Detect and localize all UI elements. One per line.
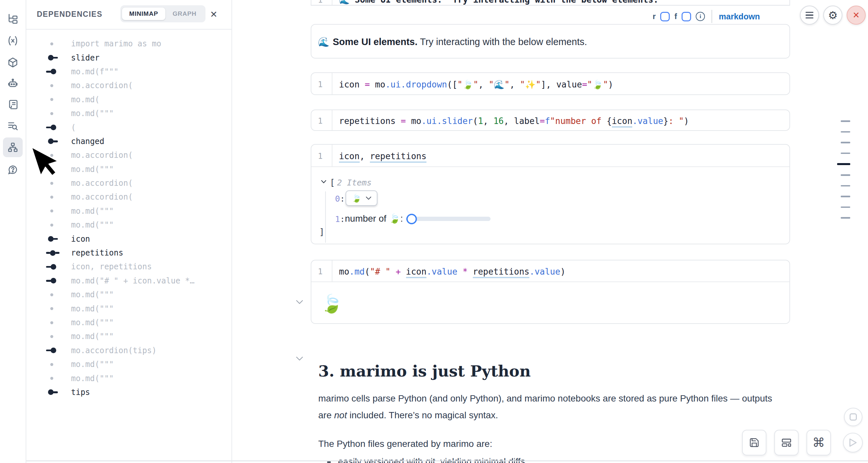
cell-output-divider (311, 166, 789, 167)
tree-index-0: 0: (335, 194, 345, 204)
cell-marker-def-icon (46, 236, 62, 243)
minimap-item[interactable]: repetitions (26, 246, 231, 260)
minimap-item[interactable]: slider (26, 51, 231, 64)
minimap-item[interactable]: mo.md(f""" (26, 65, 231, 79)
code-cell-slider[interactable]: 1 repetitions = mo.ui.slider(1, 16, labe… (311, 110, 790, 131)
minimap-item-label: import marimo as mo (71, 39, 161, 48)
minimap-item[interactable]: mo.md(""" (26, 204, 231, 218)
minimap-item[interactable]: mo.accordion( (26, 176, 231, 190)
dependencies-panel: DEPENDENCIES MINIMAP GRAPH ✕ import mari… (26, 0, 232, 463)
run-button[interactable] (843, 433, 863, 453)
tracker-line[interactable] (841, 120, 850, 122)
code-line[interactable]: repetitions = mo.ui.slider(1, 16, label=… (339, 116, 689, 126)
minimap-item-label: mo.md("# " + icon.value *… (71, 276, 195, 285)
ai-assistant-icon[interactable] (3, 74, 23, 93)
file-tree-icon[interactable] (3, 9, 23, 29)
tracker-line-current[interactable] (837, 163, 850, 165)
info-icon[interactable]: i (696, 12, 705, 21)
minimap-item[interactable]: mo.md( (26, 93, 231, 106)
tracker-line[interactable] (841, 131, 850, 133)
cell-marker-dot-icon (46, 221, 62, 228)
minimap-item[interactable]: icon, repetitions (26, 260, 231, 274)
variables-icon[interactable] (3, 31, 23, 51)
minimap-item[interactable]: mo.md("# " + icon.value *… (26, 274, 231, 288)
shutdown-button[interactable]: ✕ (847, 6, 866, 25)
tracker-line[interactable] (841, 153, 850, 154)
minimap-item[interactable]: mo.accordion(tips) (26, 344, 231, 358)
code-cell-dropdown[interactable]: 1 icon = mo.ui.dropdown(["🍃", "🌊", "✨"],… (311, 72, 790, 95)
view-mode-tabs: MINIMAP GRAPH (120, 5, 206, 22)
tab-graph[interactable]: GRAPH (165, 7, 204, 20)
cell-marker-use-icon (46, 68, 62, 75)
tracker-line[interactable] (841, 142, 850, 143)
save-button[interactable] (742, 430, 766, 456)
minimap-item[interactable]: mo.md(""" (26, 371, 231, 385)
minimap-item[interactable]: tips (26, 385, 231, 399)
minimap-item[interactable]: import marimo as mo (26, 37, 231, 51)
cell-marker-def-icon (46, 54, 62, 61)
minimap-item[interactable]: mo.md(""" (26, 302, 231, 315)
minimap-item[interactable]: icon (26, 232, 231, 246)
minimap-item-label: changed (71, 137, 104, 146)
minimap-item[interactable]: mo.md(""" (26, 316, 231, 330)
minimap-item[interactable]: mo.accordion( (26, 190, 231, 204)
section-paragraph-1: marimo cells parse Python (and only Pyth… (318, 390, 785, 424)
tree-collapse-icon[interactable] (321, 180, 326, 184)
settings-button[interactable]: ⚙ (823, 6, 842, 25)
section-heading: 3. marimo is just Python (318, 362, 531, 380)
minimap-item-label: mo.accordion( (71, 81, 133, 90)
minimap-item[interactable]: mo.md(""" (26, 358, 231, 371)
minimap-item-label: mo.md(""" (71, 220, 114, 229)
help-icon[interactable] (3, 160, 23, 180)
menu-button[interactable] (800, 6, 819, 25)
code-line[interactable]: icon, repetitions (339, 151, 427, 161)
code-line[interactable]: icon = mo.ui.dropdown(["🍃", "🌊", "✨"], v… (339, 80, 613, 89)
icon-dropdown[interactable]: 🍃 (346, 190, 377, 206)
interrupt-button[interactable] (844, 408, 862, 426)
section-collapse-icon[interactable] (296, 357, 303, 361)
slider-thumb[interactable] (406, 214, 417, 224)
cell-marker-dot-icon (46, 291, 62, 298)
chevron-down-icon (366, 197, 371, 200)
tracker-line[interactable] (841, 207, 850, 208)
tracker-line[interactable] (841, 174, 850, 176)
minimap-item[interactable]: mo.md(""" (26, 288, 231, 302)
tracker-line[interactable] (841, 217, 850, 219)
cell-marker-dot-icon (46, 40, 62, 48)
code-cell-tuple: 1 icon, repetitions [ 2 Items 0: 🍃 1: nu… (311, 144, 790, 244)
minimap-item[interactable]: ( (26, 120, 231, 134)
panel-title: DEPENDENCIES (37, 10, 102, 19)
language-toggle[interactable]: markdown (719, 12, 760, 21)
cell-marker-dot-icon (46, 208, 62, 215)
close-panel-button[interactable]: ✕ (208, 8, 220, 21)
dependencies-header: DEPENDENCIES MINIMAP GRAPH ✕ (26, 0, 231, 30)
dependencies-icon[interactable] (3, 137, 23, 157)
gutter-divider (332, 0, 332, 5)
cell-tracker (837, 120, 850, 219)
snippets-icon[interactable] (3, 116, 23, 135)
minimap-item[interactable]: mo.md(""" (26, 218, 231, 232)
layout-toggle-button[interactable] (774, 430, 799, 456)
footer-divider (26, 460, 868, 461)
tracker-line[interactable] (841, 185, 850, 187)
packages-icon[interactable] (3, 53, 23, 72)
cell-marker-dot-icon (46, 110, 62, 117)
clipped-code-cell[interactable]: 1 🌊 Some UI elements. Try interacting wi… (311, 0, 790, 6)
reactive-flag-checkbox[interactable] (660, 12, 670, 21)
repetitions-slider[interactable] (406, 217, 491, 221)
minimap-item[interactable]: mo.md(""" (26, 106, 231, 120)
cell-collapse-icon[interactable] (296, 300, 303, 304)
minimap-item[interactable]: mo.accordion( (26, 79, 231, 92)
markdown-output-text: 🌊Some UI elements. Try interacting with … (318, 36, 587, 48)
play-icon (848, 438, 857, 447)
format-flag-checkbox[interactable] (682, 12, 691, 21)
logs-icon[interactable] (3, 95, 23, 115)
tracker-line[interactable] (841, 196, 850, 197)
code-line[interactable]: mo.md("# " + icon.value * repetitions.va… (339, 267, 565, 277)
keyboard-shortcuts-button[interactable]: ⌘ (807, 430, 831, 456)
minimap-item[interactable]: mo.md(""" (26, 330, 231, 343)
cell-marker-use-icon (46, 263, 62, 270)
cell-marker-use-icon (46, 124, 62, 131)
code-cell-md-leaf: 1 mo.md("# " + icon.value * repetitions.… (311, 260, 790, 324)
tab-minimap[interactable]: MINIMAP (122, 7, 165, 20)
